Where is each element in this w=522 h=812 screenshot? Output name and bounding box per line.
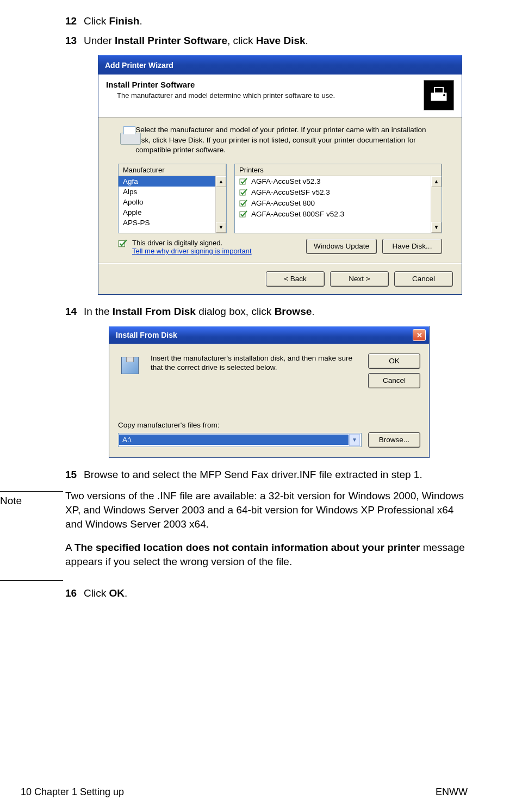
footer-right: ENWW xyxy=(436,786,468,798)
step-13: 13 Under Install Printer Software, click… xyxy=(65,34,468,48)
step-text: Under Install Printer Software, click Ha… xyxy=(84,34,468,48)
step-number: 13 xyxy=(65,34,84,48)
windows-update-button[interactable]: Windows Update xyxy=(306,239,377,254)
scroll-up-icon[interactable]: ▲ xyxy=(431,176,442,187)
have-disk-button[interactable]: Have Disk... xyxy=(382,239,442,254)
step-14: 14 In the Install From Disk dialog box, … xyxy=(65,305,468,319)
copy-from-combobox[interactable]: A:\ ▼ xyxy=(118,433,362,447)
note-block: Note Two versions of the .INF file are a… xyxy=(65,489,468,578)
ok-button[interactable]: OK xyxy=(368,354,420,369)
wizard-title: Add Printer Wizard xyxy=(105,61,173,70)
signed-driver-icon xyxy=(239,210,248,219)
manufacturer-header: Manufacturer xyxy=(119,164,226,176)
wizard-info-text: Select the manufacturer and model of you… xyxy=(135,125,442,155)
step-text: Browse to and select the MFP Send Fax dr… xyxy=(84,468,468,482)
manufacturer-item[interactable]: Agfa xyxy=(119,176,226,187)
floppy-disk-icon xyxy=(118,354,142,375)
wizard-header-subtitle: The manufacturer and model determine whi… xyxy=(117,91,424,100)
cancel-button[interactable]: Cancel xyxy=(394,271,453,287)
step-text: In the Install From Disk dialog box, cli… xyxy=(84,305,468,319)
step-text: Click OK. xyxy=(84,586,468,600)
printer-icon xyxy=(424,80,454,110)
manufacturer-list[interactable]: Manufacturer Agfa Alps Apollo Apple APS-… xyxy=(118,164,227,233)
footer-left: 10 Chapter 1 Setting up xyxy=(21,786,124,798)
manufacturer-item[interactable]: Alps xyxy=(119,187,226,197)
printer-item[interactable]: AGFA-AccuSetSF v52.3 xyxy=(235,187,442,198)
wizard-titlebar[interactable]: Add Printer Wizard xyxy=(98,55,462,75)
scroll-up-icon[interactable]: ▲ xyxy=(216,176,226,187)
printer-item[interactable]: AGFA-AccuSet 800 xyxy=(235,198,442,209)
manufacturer-item[interactable]: Apollo xyxy=(119,197,226,207)
next-button[interactable]: Next > xyxy=(330,271,389,287)
printers-header: Printers xyxy=(235,164,442,176)
scrollbar[interactable]: ▲ ▼ xyxy=(431,176,442,233)
step-16: 16 Click OK. xyxy=(65,586,468,600)
close-icon[interactable]: ✕ xyxy=(413,329,426,341)
step-text: Click Finish. xyxy=(84,14,468,28)
printer-item[interactable]: AGFA-AccuSet 800SF v52.3 xyxy=(235,209,442,220)
note-paragraph-1: Two versions of the .INF file are availa… xyxy=(65,489,468,531)
manufacturer-item[interactable]: Apple xyxy=(119,207,226,218)
printer-item[interactable]: AGFA-AccuSet v52.3 xyxy=(235,176,442,187)
step-number: 15 xyxy=(65,468,84,482)
manufacturer-item[interactable]: APS-PS xyxy=(119,218,226,228)
note-rule xyxy=(0,491,63,492)
scroll-down-icon[interactable]: ▼ xyxy=(216,222,226,233)
svg-point-2 xyxy=(443,94,445,96)
page-footer: 10 Chapter 1 Setting up ENWW xyxy=(0,786,522,798)
signed-driver-icon xyxy=(239,188,248,197)
step-number: 14 xyxy=(65,305,84,319)
add-printer-wizard-window: Add Printer Wizard Install Printer Softw… xyxy=(98,55,462,295)
scrollbar[interactable]: ▲ ▼ xyxy=(215,176,226,233)
ifd-message: Insert the manufacturer's installation d… xyxy=(151,354,359,373)
install-from-disk-window: Install From Disk ✕ Insert the manufactu… xyxy=(109,326,430,458)
note-label: Note xyxy=(0,495,65,507)
back-button[interactable]: < Back xyxy=(266,271,325,287)
signed-driver-icon xyxy=(118,239,128,249)
ifd-title: Install From Disk xyxy=(116,331,177,339)
printer-info-icon xyxy=(118,125,129,147)
printers-list[interactable]: Printers AGFA-AccuSet v52.3 AGFA-AccuSet… xyxy=(234,164,442,233)
browse-button[interactable]: Browse... xyxy=(368,432,420,448)
wizard-header-title: Install Printer Software xyxy=(106,80,424,89)
driver-signing-link[interactable]: Tell me why driver signing is important xyxy=(132,247,252,255)
signed-driver-icon xyxy=(239,177,248,186)
scroll-down-icon[interactable]: ▼ xyxy=(431,222,442,233)
copy-from-value: A:\ xyxy=(119,435,349,445)
note-paragraph-2: A The specified location does not contai… xyxy=(65,541,468,568)
wizard-info-row: Select the manufacturer and model of you… xyxy=(118,125,442,155)
copy-from-label: Copy manufacturer's files from: xyxy=(118,421,420,429)
svg-rect-1 xyxy=(434,88,443,93)
chevron-down-icon[interactable]: ▼ xyxy=(349,434,360,446)
step-number: 12 xyxy=(65,14,84,28)
note-rule xyxy=(0,580,63,581)
step-15: 15 Browse to and select the MFP Send Fax… xyxy=(65,468,468,482)
driver-signed-text: This driver is digitally signed. xyxy=(132,239,302,247)
wizard-header: Install Printer Software The manufacture… xyxy=(98,75,462,117)
signed-driver-icon xyxy=(239,199,248,208)
ifd-titlebar[interactable]: Install From Disk ✕ xyxy=(109,326,429,344)
wizard-footer: < Back Next > Cancel xyxy=(98,263,462,294)
step-12: 12 Click Finish. xyxy=(65,14,468,28)
step-number: 16 xyxy=(65,586,84,600)
cancel-button[interactable]: Cancel xyxy=(368,373,420,388)
